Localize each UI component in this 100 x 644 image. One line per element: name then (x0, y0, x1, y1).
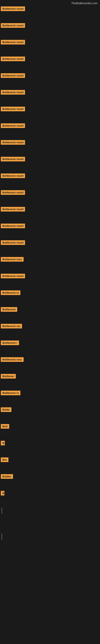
list-item: Bottleneck result (1, 140, 100, 151)
bottleneck-result-label: Bottleneck resu (1, 357, 24, 362)
bottleneck-result-label: Bottlenec (1, 374, 16, 378)
bottleneck-result-label: Bottlen (1, 474, 13, 479)
list-item: Bottleneck result (1, 90, 100, 101)
bottleneck-result-label: Bottleneck result (1, 56, 25, 61)
list-item: Bottleneck res (1, 324, 100, 335)
list-item: B (1, 441, 100, 452)
cursor-line (1, 508, 2, 514)
list-item: Bottleneck result (1, 73, 100, 84)
list-item: Bottleneck (1, 307, 100, 318)
bottleneck-result-label: Bott (1, 424, 9, 429)
bottleneck-result-label: Bottleneck result (1, 140, 25, 145)
list-item: Bottleneck result (1, 274, 100, 285)
bottleneck-result-label: Bot (1, 458, 8, 462)
bottleneck-result-label: Bottleneck result (1, 240, 25, 245)
list-item: Bottleneck resu (1, 257, 100, 268)
bottleneck-result-label: Bottleneck result (1, 274, 25, 278)
list-item: Bottleneck re (1, 290, 100, 302)
bottleneck-result-label: Bottleneck result (1, 6, 25, 11)
bottleneck-result-label: Bottleneck result (1, 207, 25, 212)
bottleneck-result-label: Bottleneck result (1, 174, 25, 178)
list-item: Bottleneck result (1, 174, 100, 184)
bottleneck-result-label: Bottleneck result (1, 107, 25, 111)
bottleneck-result-label: B (1, 441, 5, 445)
bottleneck-result-label: Bottleneck res (1, 324, 22, 328)
bottleneck-items-container: Bottleneck resultBottleneck resultBottle… (0, 6, 100, 540)
list-item: Bottlenec (1, 374, 100, 385)
bottleneck-result-label: Bottleneck result (1, 123, 25, 128)
list-item: Bottleneck result (1, 157, 100, 168)
bottleneck-result-label: B (1, 491, 4, 496)
bottleneck-result-label: Bottleneck (1, 307, 17, 312)
cursor-line (1, 534, 2, 540)
list-item: Bottleneck result (1, 123, 100, 134)
bottleneck-result-label: Bottleneck result (1, 40, 25, 44)
list-item: Bottleneck result (1, 207, 100, 218)
bottleneck-result-label: Bottleneck re (1, 391, 20, 395)
bottleneck-result-label: Bottleneck r (1, 340, 19, 345)
bottleneck-result-label: Bottleneck re (1, 290, 20, 295)
list-item: B (1, 491, 100, 502)
bottleneck-result-label: Bottleneck result (1, 190, 25, 195)
list-item: Bottleneck result (1, 23, 100, 34)
bottleneck-result-label: Bottle (1, 407, 11, 412)
bottleneck-result-label: Bottleneck result (1, 23, 25, 28)
bottleneck-result-label: Bottleneck result (1, 73, 25, 78)
list-item: Bottleneck result (1, 56, 100, 68)
bottleneck-result-label: Bottleneck result (1, 157, 25, 162)
list-item: Bottleneck re (1, 391, 100, 402)
list-item: Bottleneck result (1, 240, 100, 251)
list-item: Bottleneck result (1, 107, 100, 118)
list-item: Bottleneck r (1, 340, 100, 352)
list-item: Bottleneck result (1, 40, 100, 51)
list-item: Bott (1, 424, 100, 435)
bottleneck-result-label: Bottleneck result (1, 224, 25, 228)
list-item: Bottleneck result (1, 190, 100, 201)
list-item: Bottleneck result (1, 6, 100, 18)
bottleneck-result-label: Bottleneck result (1, 90, 25, 94)
site-title: TheBottlenecker.com (0, 0, 100, 6)
list-item: Bottle (1, 407, 100, 418)
list-item: Bottleneck result (1, 224, 100, 235)
list-item: Bot (1, 458, 100, 468)
list-item: Bottleneck resu (1, 357, 100, 368)
bottleneck-result-label: Bottleneck resu (1, 257, 24, 262)
list-item: Bottlen (1, 474, 100, 485)
